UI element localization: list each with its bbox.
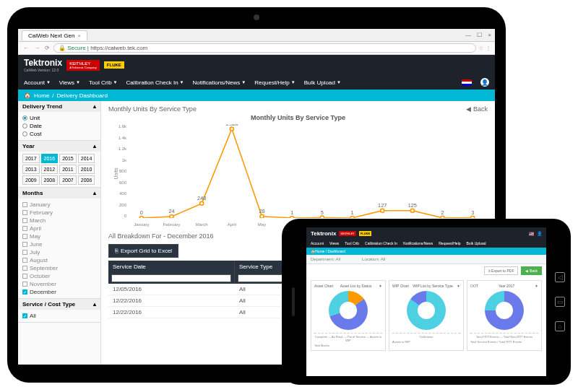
month-june[interactable]: June bbox=[22, 240, 96, 248]
month-february[interactable]: February bbox=[22, 209, 96, 217]
year-2007[interactable]: 2007 bbox=[59, 175, 77, 185]
svg-text:127: 127 bbox=[378, 203, 387, 209]
svg-point-0 bbox=[139, 217, 143, 219]
phone-avatar-icon[interactable]: 👤 bbox=[537, 231, 542, 236]
svg-point-8 bbox=[260, 214, 264, 218]
svg-text:2: 2 bbox=[441, 210, 444, 216]
radio-date[interactable]: Date bbox=[22, 122, 96, 130]
donut-oot bbox=[485, 291, 524, 330]
brand-version: CalWeb Version: 12.0 bbox=[24, 68, 62, 72]
browser-tab[interactable]: CalWeb Next Gen × bbox=[22, 30, 87, 40]
line-chart: Units 1.6k1.4k1.2k1k8006004002000 024248… bbox=[126, 124, 488, 218]
year-2013[interactable]: 2013 bbox=[22, 165, 40, 174]
svg-point-16 bbox=[381, 209, 384, 212]
phone-home-icon[interactable]: ▭ bbox=[555, 297, 565, 307]
menu-views[interactable]: Views▼ bbox=[59, 79, 80, 86]
donut-asset bbox=[329, 291, 368, 330]
svg-text:3: 3 bbox=[471, 210, 474, 216]
filter-date-input[interactable] bbox=[111, 274, 231, 282]
phone-export-pdf-button[interactable]: ⎘ Export to PDF bbox=[484, 266, 519, 275]
flag-icon[interactable] bbox=[462, 79, 472, 86]
year-2009[interactable]: 2009 bbox=[22, 175, 40, 185]
check-all[interactable]: All bbox=[22, 312, 96, 320]
chart-section-title: Monthly Units By Service Type bbox=[108, 105, 197, 113]
menu-notifications[interactable]: Notifications/News▼ bbox=[193, 79, 246, 86]
phone-back-button[interactable]: ◀ Back bbox=[521, 266, 542, 275]
sidebar: Delivery Trend▴ Unit Date Cost Year▴ 201… bbox=[18, 101, 101, 365]
svg-point-20 bbox=[441, 216, 444, 218]
phone-card-oot: OOTYear 2017▼ Total OOT Events — Total N… bbox=[467, 280, 542, 351]
menu-toolcrib[interactable]: Tool Crib▼ bbox=[89, 79, 118, 86]
forward-arrow-icon[interactable]: → bbox=[33, 45, 41, 51]
brand-logo: Tektronix bbox=[24, 58, 62, 68]
phone-header: Tektronix KEITHLEY FLUKE 🇺🇸 👤 bbox=[306, 227, 546, 239]
sidebar-months-header[interactable]: Months▴ bbox=[18, 188, 100, 199]
close-window-icon[interactable]: × bbox=[488, 32, 491, 38]
month-september[interactable]: September bbox=[22, 264, 96, 272]
menu-checkin[interactable]: Calibration Check In▼ bbox=[126, 79, 184, 86]
year-2008[interactable]: 2008 bbox=[41, 175, 59, 185]
radio-cost[interactable]: Cost bbox=[22, 130, 96, 138]
month-january[interactable]: January bbox=[22, 201, 96, 209]
svg-point-12 bbox=[320, 216, 324, 218]
svg-text:248: 248 bbox=[197, 196, 206, 201]
back-button[interactable]: ◀ Back bbox=[466, 105, 488, 113]
menu-request[interactable]: Request/Help▼ bbox=[254, 79, 295, 86]
home-icon[interactable]: 🏠 bbox=[24, 92, 31, 99]
year-2006[interactable]: 2006 bbox=[78, 175, 95, 185]
svg-text:28: 28 bbox=[259, 209, 264, 214]
month-march[interactable]: March bbox=[22, 217, 96, 225]
svg-text:1: 1 bbox=[290, 210, 293, 216]
svg-text:24: 24 bbox=[168, 209, 174, 214]
col-service-date[interactable]: Service Date bbox=[108, 261, 235, 273]
menu-bulk[interactable]: Bulk Upload▼ bbox=[304, 79, 341, 86]
year-2017[interactable]: 2017 bbox=[22, 154, 40, 163]
svg-text:0: 0 bbox=[140, 210, 143, 216]
main-menu: Account▼ Views▼ Tool Crib▼ Calibration C… bbox=[18, 75, 495, 90]
year-2011[interactable]: 2011 bbox=[59, 165, 77, 174]
year-2010[interactable]: 2010 bbox=[78, 165, 95, 174]
sidebar-year-header[interactable]: Year▴ bbox=[18, 141, 100, 152]
star-icon[interactable]: ☆ bbox=[478, 45, 483, 51]
back-arrow-icon[interactable]: ← bbox=[22, 45, 30, 51]
month-april[interactable]: April bbox=[22, 225, 96, 232]
tab-title: CalWeb Next Gen bbox=[28, 32, 74, 39]
phone-menu: Account Views Tool Crib Calibration Chec… bbox=[306, 239, 546, 248]
phone-flag-icon[interactable]: 🇺🇸 bbox=[529, 231, 534, 236]
reload-icon[interactable]: ⟳ bbox=[43, 45, 51, 51]
minimize-icon[interactable]: — bbox=[465, 32, 471, 38]
phone-breadcrumb: 🏠 Home / Dashboard bbox=[306, 248, 546, 255]
month-may[interactable]: May bbox=[22, 232, 96, 240]
year-2014[interactable]: 2014 bbox=[78, 154, 95, 163]
url-input[interactable]: 🔒 Secure | https://calweb.tek.com bbox=[53, 43, 476, 53]
maximize-icon[interactable]: ☐ bbox=[477, 32, 482, 38]
phone-recent-icon[interactable]: ⌂ bbox=[555, 321, 565, 331]
sidebar-trend-header[interactable]: Delivery Trend▴ bbox=[18, 101, 100, 112]
menu-dots-icon[interactable]: ⋮ bbox=[486, 45, 491, 51]
donut-wip bbox=[407, 291, 446, 330]
month-august[interactable]: August bbox=[22, 256, 96, 264]
phone-brand: Tektronix bbox=[311, 230, 336, 237]
phone-device: ◁ ▭ ⌂ Tektronix KEITHLEY FLUKE 🇺🇸 👤 Acco… bbox=[282, 219, 571, 385]
year-2015[interactable]: 2015 bbox=[59, 154, 77, 163]
menu-account[interactable]: Account▼ bbox=[24, 79, 51, 86]
sidebar-service-header[interactable]: Service / Cost Type▴ bbox=[18, 299, 100, 310]
app-header: Tektronix CalWeb Version: 12.0 KEITHLEY … bbox=[18, 55, 495, 75]
year-2016[interactable]: 2016 bbox=[41, 154, 59, 163]
radio-unit[interactable]: Unit bbox=[22, 114, 96, 122]
month-december[interactable]: December bbox=[22, 288, 96, 296]
svg-point-14 bbox=[350, 216, 354, 218]
svg-text:5: 5 bbox=[321, 210, 324, 216]
month-july[interactable]: July bbox=[22, 248, 96, 256]
close-icon[interactable]: × bbox=[77, 32, 81, 39]
user-avatar-icon[interactable]: 👤 bbox=[480, 78, 489, 87]
month-october[interactable]: October bbox=[22, 272, 96, 280]
export-excel-button[interactable]: ⎘ Export Grid to Excel bbox=[108, 244, 178, 258]
year-2012[interactable]: 2012 bbox=[41, 165, 59, 174]
browser-tab-bar: CalWeb Next Gen × — ☐ × bbox=[18, 29, 495, 42]
phone-back-icon[interactable]: ◁ bbox=[555, 272, 565, 282]
svg-text:125: 125 bbox=[408, 203, 417, 209]
export-icon: ⎘ bbox=[115, 248, 118, 254]
svg-point-4 bbox=[200, 201, 204, 205]
month-november[interactable]: November bbox=[22, 280, 96, 288]
